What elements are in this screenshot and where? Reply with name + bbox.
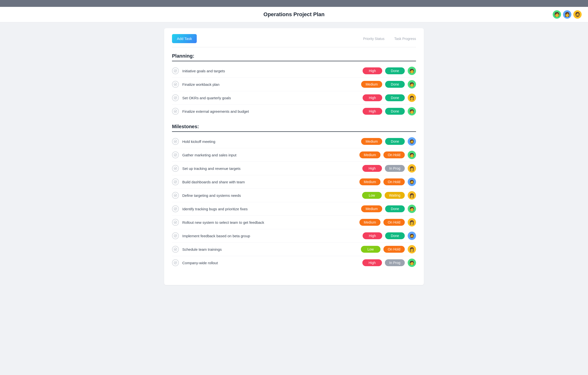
main-content: Add Task Priority Status Task Progress P…	[164, 28, 424, 285]
status-badge: Done	[385, 108, 405, 115]
task-row: Identify tracking bugs and prioritize fi…	[172, 202, 416, 216]
task-name: Finalize external agreements and budget	[182, 109, 363, 113]
priority-badge: Low	[362, 192, 382, 199]
status-badge: On Hold	[383, 219, 405, 226]
task-check[interactable]	[172, 138, 179, 145]
status-badge: Done	[385, 138, 405, 145]
task-check[interactable]	[172, 81, 179, 88]
task-row: Rollout new system to select team to get…	[172, 216, 416, 229]
avatar: 🧔	[408, 137, 416, 146]
priority-badge: Medium	[359, 151, 380, 158]
task-name: Schedule team trainings	[182, 247, 361, 251]
avatar: 🧑	[408, 80, 416, 88]
task-check[interactable]	[172, 205, 179, 212]
task-check[interactable]	[172, 151, 179, 158]
task-row: Hold kickoff meetingMediumDone🧔	[172, 135, 416, 148]
priority-badge: Low	[361, 246, 380, 253]
header-avatars: 🧑 👩 🧔	[552, 10, 582, 19]
task-check[interactable]	[172, 67, 179, 74]
section-title-milestones: Milestones:	[172, 124, 416, 132]
page-title: Operations Project Plan	[263, 11, 324, 18]
task-row: Set up tracking and revenue targetsHighI…	[172, 162, 416, 175]
status-badge: Done	[385, 67, 405, 74]
toolbar-labels: Priority Status Task Progress	[363, 37, 416, 41]
top-bar	[0, 0, 588, 7]
task-row: Define targeting and systems needsLowWai…	[172, 189, 416, 202]
section-planning: Planning:Initiative goals and targetsHig…	[172, 53, 416, 118]
status-badge: In Prog	[385, 259, 405, 266]
status-badge: In Prog	[385, 165, 405, 172]
task-row: Finalize external agreements and budgetH…	[172, 105, 416, 118]
task-name: Initiative goals and targets	[182, 69, 363, 73]
task-check[interactable]	[172, 178, 179, 185]
task-check[interactable]	[172, 246, 179, 253]
status-badge: Done	[385, 81, 405, 88]
task-check[interactable]	[172, 232, 179, 239]
status-badge: Done	[385, 94, 405, 101]
avatar: 🧑	[408, 151, 416, 159]
task-name: Rollout new system to select team to get…	[182, 220, 359, 225]
task-row: Company-wide rolloutHighIn Prog🧑	[172, 256, 416, 269]
priority-badge: High	[362, 259, 382, 266]
status-badge: On Hold	[383, 151, 405, 158]
task-check[interactable]	[172, 259, 179, 266]
priority-badge: High	[363, 108, 382, 115]
status-badge: Done	[385, 205, 405, 212]
section-milestones: Milestones:Hold kickoff meetingMediumDon…	[172, 124, 416, 269]
task-check[interactable]	[172, 219, 179, 226]
priority-badge: Medium	[359, 219, 380, 226]
avatar-1: 🧑	[552, 10, 562, 19]
priority-badge: Medium	[361, 81, 382, 88]
task-row: Schedule team trainingsLowOn Hold👩	[172, 243, 416, 256]
task-row: Initiative goals and targetsHighDone🧑	[172, 64, 416, 78]
task-name: Finalize workback plan	[182, 82, 361, 87]
priority-badge: High	[363, 67, 382, 74]
priority-badge: High	[362, 165, 382, 172]
task-row: Build dashboards and share with teamMedi…	[172, 175, 416, 189]
avatar: 👩	[408, 191, 416, 200]
avatar: 👩	[408, 94, 416, 102]
avatar: 👩	[408, 164, 416, 173]
task-name: Hold kickoff meeting	[182, 139, 361, 144]
priority-badge: High	[363, 94, 382, 101]
task-name: Set OKRs and quarterly goals	[182, 96, 363, 100]
avatar: 🧑	[408, 259, 416, 267]
avatar: 🧔	[408, 232, 416, 240]
add-task-button[interactable]: Add Task	[172, 34, 197, 43]
task-check[interactable]	[172, 192, 179, 199]
avatar: 🧔	[408, 178, 416, 186]
task-name: Build dashboards and share with team	[182, 180, 359, 184]
priority-badge: Medium	[361, 138, 382, 145]
status-badge: Waiting	[385, 192, 405, 199]
task-list-planning: Initiative goals and targetsHighDone🧑Fin…	[172, 64, 416, 118]
task-list-milestones: Hold kickoff meetingMediumDone🧔Gather ma…	[172, 135, 416, 269]
avatar: 🧑	[408, 67, 416, 75]
toolbar: Add Task Priority Status Task Progress	[172, 34, 416, 47]
task-row: Gather marketing and sales inputMediumOn…	[172, 148, 416, 162]
task-name: Identify tracking bugs and prioritize fi…	[182, 207, 361, 211]
task-check[interactable]	[172, 108, 179, 115]
col2-label: Task Progress	[394, 37, 416, 41]
priority-badge: Medium	[361, 205, 382, 212]
status-badge: Done	[385, 232, 405, 239]
task-name: Set up tracking and revenue targets	[182, 166, 362, 171]
task-name: Define targeting and systems needs	[182, 193, 362, 198]
task-row: Implement feedback based on beta groupHi…	[172, 229, 416, 243]
task-check[interactable]	[172, 165, 179, 172]
task-row: Set OKRs and quarterly goalsHighDone👩	[172, 91, 416, 105]
priority-badge: High	[363, 232, 382, 239]
avatar-2: 👩	[563, 10, 572, 19]
col1-label: Priority Status	[363, 37, 384, 41]
status-badge: On Hold	[383, 246, 405, 253]
header: Operations Project Plan 🧑 👩 🧔	[0, 7, 588, 22]
task-name: Company-wide rollout	[182, 261, 362, 265]
avatar: 🧑	[408, 205, 416, 213]
task-check[interactable]	[172, 94, 179, 101]
avatar: 👩	[408, 218, 416, 226]
avatar-3: 🧔	[573, 10, 582, 19]
avatar: 🧑	[408, 107, 416, 115]
status-badge: On Hold	[383, 178, 405, 185]
task-row: Finalize workback planMediumDone🧑	[172, 78, 416, 91]
section-title-planning: Planning:	[172, 53, 416, 61]
task-name: Implement feedback based on beta group	[182, 234, 363, 238]
